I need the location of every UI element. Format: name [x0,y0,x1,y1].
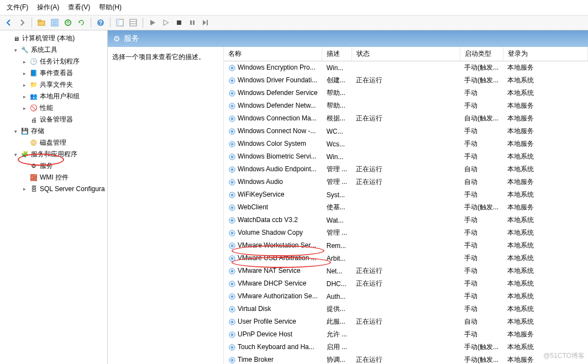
service-row[interactable]: Volume Shadow Copy管理 ...手动本地系统 [224,226,588,239]
svg-rect-1 [38,20,41,22]
svg-point-22 [231,67,233,69]
service-row[interactable]: WiFiKeyServiceSyst...手动本地系统 [224,188,588,201]
tree-item[interactable]: 📀磁盘管理 [0,137,107,149]
tree-item[interactable]: ▾🧩服务和应用程序 [0,149,107,160]
menu-help[interactable]: 帮助(H) [97,2,124,13]
service-row[interactable]: Windows Encryption Pro...Win...手动(触发...本… [224,61,588,75]
viewmode1-button[interactable] [114,17,125,28]
service-row[interactable]: Windows Biometric Servi...Win...手动本地系统 [224,150,588,163]
service-row[interactable]: Windows Color SystemWcs...手动本地服务 [224,138,588,150]
expander-icon[interactable]: ▾ [13,47,19,53]
svg-rect-11 [130,19,136,26]
service-row[interactable]: Windows Connection Ma...根据...正在运行自动(触发..… [224,112,588,125]
cell-desc: 允许 ... [322,328,351,341]
cell-logon: 本地服务 [503,138,587,150]
tree-item[interactable]: ▸🗄SQL Server Configura [0,183,107,194]
menu-view[interactable]: 查看(V) [66,2,92,13]
cell-name: VMware Workstation Ser... [224,239,322,252]
tree-item[interactable]: 🧱WMI 控件 [0,172,107,183]
cell-startup: 手动 [460,125,503,138]
tree-item[interactable]: 🖨设备管理器 [0,114,107,125]
services-list[interactable]: 名称 描述 状态 启动类型 登录为 Windows Encryption Pro… [224,47,588,364]
expander-icon[interactable] [22,117,28,123]
cell-name: Windows Driver Foundati... [224,74,322,87]
service-row[interactable]: VMware NAT ServiceNet...正在运行手动本地系统 [224,265,588,277]
cell-name: Windows Connect Now -... [224,125,322,138]
expander-icon[interactable] [22,175,28,181]
refresh-button[interactable] [76,17,87,28]
expander-icon[interactable]: ▸ [22,82,28,88]
start-button[interactable] [147,17,158,28]
service-row[interactable]: Windows Audio管理 ...正在运行自动本地服务 [224,176,588,188]
col-name[interactable]: 名称 [224,47,322,61]
tree-item[interactable]: ▾💾存储 [0,125,107,137]
col-status[interactable]: 状态 [351,47,460,61]
props-button[interactable] [49,17,60,28]
service-row[interactable]: VMware Workstation Ser...Rem...手动本地系统 [224,239,588,252]
cell-logon: 本地系统 [503,290,587,303]
start-outline-button[interactable] [160,17,171,28]
service-row[interactable]: Time Broker协调...正在运行手动(触发...本地服务 [224,354,588,364]
cell-name: Touch Keyboard and Ha... [224,341,322,354]
service-row[interactable]: VMware DHCP ServiceDHC...正在运行手动本地系统 [224,277,588,290]
svg-point-58 [231,296,233,298]
tree-item[interactable]: 🖥计算机管理 (本地) [0,33,107,44]
expander-icon[interactable]: ▸ [22,93,28,99]
expander-icon[interactable] [22,140,28,146]
viewmode2-button[interactable] [128,17,139,28]
tree-item[interactable]: ▸📘事件查看器 [0,67,107,79]
tree-item[interactable]: ▸👥本地用户和组 [0,91,107,102]
folder-button[interactable] [36,17,47,28]
expander-icon[interactable]: ▸ [22,186,28,192]
expander-icon[interactable]: ▸ [22,105,28,111]
service-row[interactable]: Virtual Disk提供...手动本地系统 [224,303,588,315]
tree-item[interactable]: ⚙服务 [0,160,107,172]
svg-point-52 [231,257,233,260]
service-row[interactable]: User Profile Service此服...正在运行自动本地系统 [224,315,588,328]
cell-name: Windows Audio Endpoint... [224,163,322,176]
svg-point-50 [231,245,233,247]
service-row[interactable]: Windows Defender Service帮助...手动本地系统 [224,87,588,99]
service-row[interactable]: Windows Audio Endpoint...管理 ...正在运行自动本地系… [224,163,588,176]
service-row[interactable]: Touch Keyboard and Ha...启用 ...手动(触发...本地… [224,341,588,354]
service-row[interactable]: Windows Connect Now -...WC...手动本地服务 [224,125,588,138]
expander-icon[interactable]: ▸ [22,59,28,65]
help-button[interactable]: ? [95,17,106,28]
tree-item[interactable]: ▸🚫性能 [0,102,107,114]
cell-logon: 本地服务 [503,354,587,364]
svg-point-30 [231,118,233,120]
pause-button[interactable] [187,17,198,28]
back-button[interactable] [3,17,14,28]
tree-label: 设备管理器 [40,115,73,124]
forward-button[interactable] [17,17,28,28]
tree-item[interactable]: ▾🔧系统工具 [0,44,107,56]
expander-icon[interactable]: ▾ [13,128,19,134]
tree-pane[interactable]: 🖥计算机管理 (本地)▾🔧系统工具▸🕒任务计划程序▸📘事件查看器▸📁共享文件夹▸… [0,30,108,364]
cell-desc: 帮助... [322,99,351,112]
service-row[interactable]: Windows Driver Foundati...创建...正在运行手动(触发… [224,74,588,87]
expander-icon[interactable]: ▸ [22,70,28,76]
expander-icon[interactable] [22,163,28,169]
tree-item[interactable]: ▸📁共享文件夹 [0,79,107,91]
stop-button[interactable] [174,17,185,28]
service-row[interactable]: VMware Authorization Se...Auth...手动本地系统 [224,290,588,303]
menu-file[interactable]: 文件(F) [4,2,30,13]
cell-desc: 此服... [322,315,351,328]
service-row[interactable]: WatchData ccb V3.2Wat...手动本地系统 [224,214,588,226]
svg-point-68 [231,359,233,361]
service-row[interactable]: WebClient使基...手动(触发...本地服务 [224,201,588,214]
expander-icon[interactable]: ▾ [13,151,19,157]
restart-button[interactable] [200,17,211,28]
export-button[interactable] [62,17,74,28]
col-logon[interactable]: 登录为 [503,47,587,61]
expander-icon[interactable] [4,35,10,41]
service-row[interactable]: VMware USB Arbitration ...Arbit...手动本地系统 [224,252,588,265]
col-desc[interactable]: 描述 [322,47,351,61]
svg-point-44 [231,207,233,209]
service-row[interactable]: Windows Defender Netw...帮助...手动本地服务 [224,99,588,112]
menu-action[interactable]: 操作(A) [35,2,61,13]
service-row[interactable]: UPnP Device Host允许 ...手动本地服务 [224,328,588,341]
cell-startup: 手动 [460,214,503,226]
col-startup[interactable]: 启动类型 [460,47,503,61]
tree-item[interactable]: ▸🕒任务计划程序 [0,56,107,67]
